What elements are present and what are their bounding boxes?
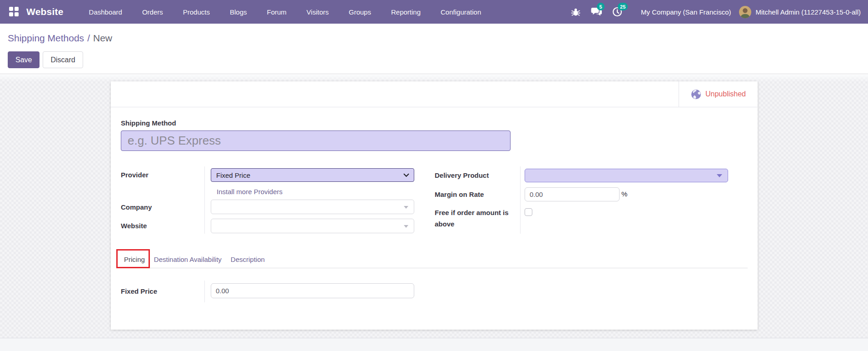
menu-item-reporting[interactable]: Reporting <box>391 8 421 16</box>
publish-status[interactable]: Unpublished <box>679 81 758 107</box>
label-separator-right <box>520 166 521 234</box>
fixed-price-label: Fixed Price <box>121 287 157 296</box>
app-brand[interactable]: Website <box>26 6 64 17</box>
menu-item-products[interactable]: Products <box>183 8 210 16</box>
statusbar: Unpublished <box>111 81 758 107</box>
delivery-product-select[interactable] <box>525 169 728 182</box>
save-button[interactable]: Save <box>8 51 40 68</box>
chevron-down-icon <box>403 173 409 177</box>
install-providers-link[interactable]: Install more Providers <box>217 188 283 196</box>
caret-down-icon <box>404 206 408 209</box>
margin-on-rate-label: Margin on Rate <box>435 191 484 199</box>
top-navbar: Website Dashboard Orders Products Blogs … <box>0 0 868 24</box>
control-buttons: Save Discard <box>8 51 83 68</box>
website-select[interactable] <box>211 219 414 233</box>
menu-item-blogs[interactable]: Blogs <box>230 8 247 16</box>
globe-icon <box>691 89 701 100</box>
apps-menu-icon[interactable] <box>9 7 19 17</box>
free-if-amount-checkbox[interactable] <box>525 208 532 216</box>
user-menu[interactable]: Mitchell Admin (11227453-15-0-all) <box>755 8 861 16</box>
tab-description[interactable]: Description <box>228 256 268 263</box>
provider-label: Provider <box>121 171 149 179</box>
main-menu: Dashboard Orders Products Blogs Forum Vi… <box>89 8 481 16</box>
menu-item-groups[interactable]: Groups <box>349 8 371 16</box>
label-separator-left <box>204 166 205 234</box>
messages-badge: 5 <box>597 3 605 10</box>
form-body: Shipping Method Provider Fixed Price Ins… <box>111 107 758 330</box>
breadcrumb: Shipping Methods/New <box>8 33 112 44</box>
shipping-method-label: Shipping Method <box>121 119 176 127</box>
activities-icon[interactable]: 25 <box>611 5 624 18</box>
company-label: Company <box>121 203 152 211</box>
caret-down-icon <box>717 174 722 177</box>
provider-value: Fixed Price <box>216 171 250 179</box>
unpublished-label: Unpublished <box>705 90 746 98</box>
company-select[interactable] <box>211 200 414 214</box>
discard-button[interactable]: Discard <box>43 51 83 68</box>
margin-on-rate-input[interactable] <box>525 187 620 201</box>
systray: 5 25 My Company (San Francisco) Mitchell… <box>569 5 863 18</box>
menu-item-forum[interactable]: Forum <box>267 8 287 16</box>
label-separator-bottom <box>204 281 205 302</box>
avatar[interactable] <box>739 6 751 18</box>
menu-item-configuration[interactable]: Configuration <box>441 8 481 16</box>
notebook-tabs: Pricing Destination Availability Descrip… <box>121 251 748 268</box>
tab-destination-availability[interactable]: Destination Availability <box>151 256 225 263</box>
menu-item-dashboard[interactable]: Dashboard <box>89 8 122 16</box>
menu-item-orders[interactable]: Orders <box>142 8 163 16</box>
odoo-screen: Website Dashboard Orders Products Blogs … <box>0 0 868 351</box>
provider-select[interactable]: Fixed Price <box>211 168 414 182</box>
debug-icon[interactable] <box>569 5 582 18</box>
free-if-amount-label: Free if order amount is above <box>435 207 513 230</box>
content-area: Unpublished Shipping Method Provider Fix… <box>0 75 868 338</box>
activities-badge: 25 <box>618 3 628 10</box>
control-panel: Shipping Methods/New Save Discard <box>0 24 868 74</box>
website-label: Website <box>121 222 147 230</box>
form-sheet: Unpublished Shipping Method Provider Fix… <box>111 81 758 330</box>
tab-pricing[interactable]: Pricing <box>121 256 148 263</box>
breadcrumb-current: New <box>93 33 112 43</box>
shipping-method-input[interactable] <box>121 130 511 151</box>
fixed-price-input[interactable] <box>211 283 414 298</box>
caret-down-icon <box>404 225 408 228</box>
company-switcher[interactable]: My Company (San Francisco) <box>641 8 731 16</box>
breadcrumb-separator: / <box>87 33 90 43</box>
menu-item-visitors[interactable]: Visitors <box>307 8 329 16</box>
messages-icon[interactable]: 5 <box>590 5 603 18</box>
footer-strip <box>0 338 868 351</box>
breadcrumb-parent[interactable]: Shipping Methods <box>8 33 84 43</box>
percent-suffix: % <box>621 190 627 198</box>
delivery-product-label: Delivery Product <box>435 171 489 180</box>
